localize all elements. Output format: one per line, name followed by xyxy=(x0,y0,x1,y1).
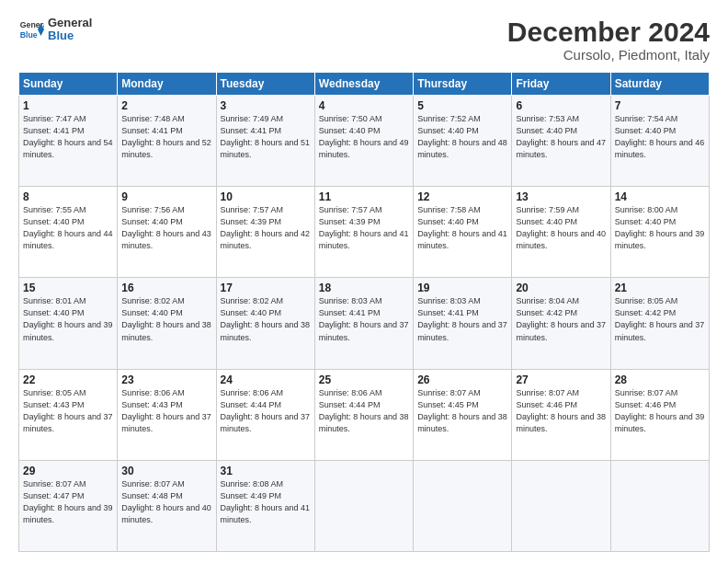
calendar-cell xyxy=(512,460,610,551)
logo-line2: Blue xyxy=(48,29,92,42)
col-header-tuesday: Tuesday xyxy=(216,73,314,96)
calendar-cell: 2 Sunrise: 7:48 AMSunset: 4:41 PMDayligh… xyxy=(118,96,216,187)
calendar-cell: 21 Sunrise: 8:05 AMSunset: 4:42 PMDaylig… xyxy=(610,278,709,369)
calendar-cell: 10 Sunrise: 7:57 AMSunset: 4:39 PMDaylig… xyxy=(216,187,314,278)
calendar-cell xyxy=(414,460,512,551)
cell-info: Sunrise: 8:04 AMSunset: 4:42 PMDaylight:… xyxy=(516,296,606,341)
day-number: 25 xyxy=(319,373,409,386)
day-number: 13 xyxy=(516,190,606,203)
cell-info: Sunrise: 7:49 AMSunset: 4:41 PMDaylight:… xyxy=(221,114,311,159)
title-block: December 2024 Cursolo, Piedmont, Italy xyxy=(507,17,710,63)
day-number: 12 xyxy=(417,190,507,203)
cell-info: Sunrise: 8:00 AMSunset: 4:40 PMDaylight:… xyxy=(615,205,705,250)
cell-info: Sunrise: 8:06 AMSunset: 4:44 PMDaylight:… xyxy=(319,388,409,433)
calendar-cell: 20 Sunrise: 8:04 AMSunset: 4:42 PMDaylig… xyxy=(512,278,610,369)
calendar-cell: 24 Sunrise: 8:06 AMSunset: 4:44 PMDaylig… xyxy=(216,369,314,460)
calendar-cell: 3 Sunrise: 7:49 AMSunset: 4:41 PMDayligh… xyxy=(216,96,314,187)
calendar-cell: 25 Sunrise: 8:06 AMSunset: 4:44 PMDaylig… xyxy=(314,369,413,460)
page-title: December 2024 xyxy=(507,17,710,47)
calendar-cell: 27 Sunrise: 8:07 AMSunset: 4:46 PMDaylig… xyxy=(512,369,610,460)
day-number: 15 xyxy=(23,282,113,294)
calendar-cell xyxy=(610,460,709,551)
calendar-cell: 6 Sunrise: 7:53 AMSunset: 4:40 PMDayligh… xyxy=(512,96,610,187)
calendar-cell: 19 Sunrise: 8:03 AMSunset: 4:41 PMDaylig… xyxy=(414,278,512,369)
cell-info: Sunrise: 8:01 AMSunset: 4:40 PMDaylight:… xyxy=(23,296,113,341)
day-number: 16 xyxy=(121,282,211,294)
calendar-cell: 4 Sunrise: 7:50 AMSunset: 4:40 PMDayligh… xyxy=(314,96,413,187)
col-header-wednesday: Wednesday xyxy=(314,73,413,96)
day-number: 28 xyxy=(615,373,705,386)
cell-info: Sunrise: 8:07 AMSunset: 4:46 PMDaylight:… xyxy=(615,388,705,433)
col-header-sunday: Sunday xyxy=(19,73,118,96)
day-number: 20 xyxy=(516,282,606,294)
day-number: 7 xyxy=(615,99,705,112)
cell-info: Sunrise: 7:56 AMSunset: 4:40 PMDaylight:… xyxy=(121,205,211,250)
col-header-friday: Friday xyxy=(512,73,610,96)
page-subtitle: Cursolo, Piedmont, Italy xyxy=(507,47,710,63)
page: General Blue General Blue December 2024 … xyxy=(0,0,728,563)
col-header-monday: Monday xyxy=(118,73,216,96)
calendar-cell: 22 Sunrise: 8:05 AMSunset: 4:43 PMDaylig… xyxy=(19,369,118,460)
calendar-cell: 31 Sunrise: 8:08 AMSunset: 4:49 PMDaylig… xyxy=(216,460,314,551)
calendar-cell: 16 Sunrise: 8:02 AMSunset: 4:40 PMDaylig… xyxy=(118,278,216,369)
day-number: 6 xyxy=(516,99,606,112)
cell-info: Sunrise: 8:07 AMSunset: 4:45 PMDaylight:… xyxy=(417,388,507,433)
cell-info: Sunrise: 8:03 AMSunset: 4:41 PMDaylight:… xyxy=(319,296,409,341)
cell-info: Sunrise: 7:57 AMSunset: 4:39 PMDaylight:… xyxy=(319,205,409,250)
calendar-cell xyxy=(314,460,413,551)
day-number: 24 xyxy=(221,373,311,386)
calendar-cell: 1 Sunrise: 7:47 AMSunset: 4:41 PMDayligh… xyxy=(19,96,118,187)
cell-info: Sunrise: 8:02 AMSunset: 4:40 PMDaylight:… xyxy=(221,296,311,341)
day-number: 1 xyxy=(23,99,113,112)
calendar-cell: 14 Sunrise: 8:00 AMSunset: 4:40 PMDaylig… xyxy=(610,187,709,278)
cell-info: Sunrise: 8:07 AMSunset: 4:46 PMDaylight:… xyxy=(516,388,606,433)
cell-info: Sunrise: 7:58 AMSunset: 4:40 PMDaylight:… xyxy=(417,205,507,250)
logo: General Blue General Blue xyxy=(18,17,92,43)
svg-text:Blue: Blue xyxy=(20,30,38,40)
calendar-cell: 17 Sunrise: 8:02 AMSunset: 4:40 PMDaylig… xyxy=(216,278,314,369)
cell-info: Sunrise: 8:05 AMSunset: 4:42 PMDaylight:… xyxy=(615,296,705,341)
day-number: 17 xyxy=(221,282,311,294)
day-number: 30 xyxy=(121,465,211,477)
day-number: 31 xyxy=(221,465,311,477)
day-number: 3 xyxy=(221,99,311,112)
calendar-cell: 9 Sunrise: 7:56 AMSunset: 4:40 PMDayligh… xyxy=(118,187,216,278)
calendar-cell: 5 Sunrise: 7:52 AMSunset: 4:40 PMDayligh… xyxy=(414,96,512,187)
cell-info: Sunrise: 7:55 AMSunset: 4:40 PMDaylight:… xyxy=(23,205,113,250)
cell-info: Sunrise: 8:03 AMSunset: 4:41 PMDaylight:… xyxy=(417,296,507,341)
day-number: 14 xyxy=(615,190,705,203)
day-number: 10 xyxy=(221,190,311,203)
cell-info: Sunrise: 8:02 AMSunset: 4:40 PMDaylight:… xyxy=(121,296,211,341)
cell-info: Sunrise: 7:53 AMSunset: 4:40 PMDaylight:… xyxy=(516,114,606,159)
logo-icon: General Blue xyxy=(18,17,44,42)
calendar-cell: 29 Sunrise: 8:07 AMSunset: 4:47 PMDaylig… xyxy=(19,460,118,551)
cell-info: Sunrise: 8:08 AMSunset: 4:49 PMDaylight:… xyxy=(221,479,311,524)
day-number: 29 xyxy=(23,465,113,477)
cell-info: Sunrise: 8:05 AMSunset: 4:43 PMDaylight:… xyxy=(23,388,113,433)
header: General Blue General Blue December 2024 … xyxy=(18,17,710,63)
day-number: 2 xyxy=(121,99,211,112)
day-number: 23 xyxy=(121,373,211,386)
calendar-cell: 8 Sunrise: 7:55 AMSunset: 4:40 PMDayligh… xyxy=(19,187,118,278)
cell-info: Sunrise: 7:52 AMSunset: 4:40 PMDaylight:… xyxy=(417,114,507,159)
cell-info: Sunrise: 7:59 AMSunset: 4:40 PMDaylight:… xyxy=(516,205,606,250)
calendar-cell: 18 Sunrise: 8:03 AMSunset: 4:41 PMDaylig… xyxy=(314,278,413,369)
col-header-thursday: Thursday xyxy=(414,73,512,96)
day-number: 5 xyxy=(417,99,507,112)
calendar-cell: 13 Sunrise: 7:59 AMSunset: 4:40 PMDaylig… xyxy=(512,187,610,278)
cell-info: Sunrise: 7:57 AMSunset: 4:39 PMDaylight:… xyxy=(221,205,311,250)
day-number: 27 xyxy=(516,373,606,386)
cell-info: Sunrise: 7:47 AMSunset: 4:41 PMDaylight:… xyxy=(23,114,113,159)
cell-info: Sunrise: 7:50 AMSunset: 4:40 PMDaylight:… xyxy=(319,114,409,159)
calendar-cell: 7 Sunrise: 7:54 AMSunset: 4:40 PMDayligh… xyxy=(610,96,709,187)
calendar-cell: 28 Sunrise: 8:07 AMSunset: 4:46 PMDaylig… xyxy=(610,369,709,460)
logo-line1: General xyxy=(48,17,92,29)
day-number: 18 xyxy=(319,282,409,294)
day-number: 4 xyxy=(319,99,409,112)
calendar-cell: 11 Sunrise: 7:57 AMSunset: 4:39 PMDaylig… xyxy=(314,187,413,278)
cell-info: Sunrise: 7:48 AMSunset: 4:41 PMDaylight:… xyxy=(121,114,211,159)
calendar-cell: 23 Sunrise: 8:06 AMSunset: 4:43 PMDaylig… xyxy=(118,369,216,460)
calendar-cell: 15 Sunrise: 8:01 AMSunset: 4:40 PMDaylig… xyxy=(19,278,118,369)
cell-info: Sunrise: 8:06 AMSunset: 4:44 PMDaylight:… xyxy=(221,388,311,433)
cell-info: Sunrise: 8:06 AMSunset: 4:43 PMDaylight:… xyxy=(121,388,211,433)
